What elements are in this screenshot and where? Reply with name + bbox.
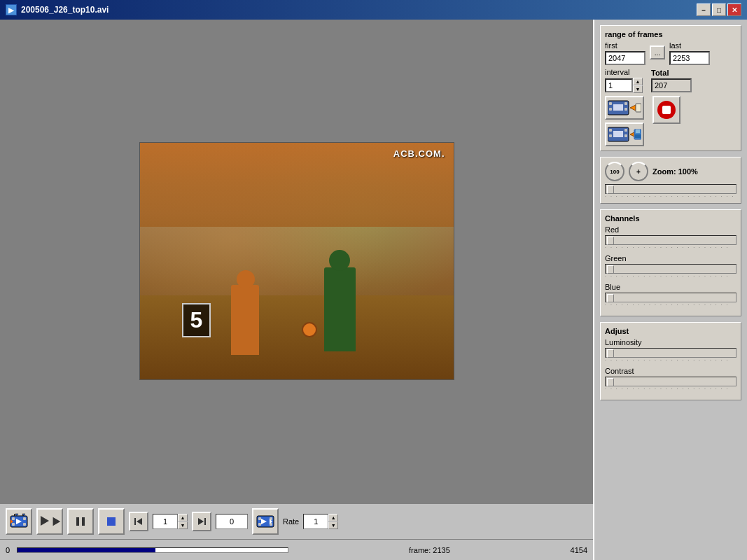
svg-rect-30 [609,108,612,111]
blue-channel-label: Blue [605,283,736,291]
video-canvas: ACB.COM. 5 [0,20,593,503]
svg-rect-40 [624,134,627,137]
svg-rect-45 [635,134,641,138]
green-slider-dots: · · · · · · · · · · · · · · · · · · · · … [605,274,736,279]
svg-rect-3 [12,523,15,526]
svg-marker-17 [137,518,142,525]
stop-circle-icon [657,101,676,119]
frames-section-title: range of frames [605,30,736,38]
frame-spin-down[interactable]: ▼ [178,522,188,529]
contrast-thumb[interactable] [607,378,614,386]
zoom-100-button[interactable]: 100 [605,162,624,181]
red-thumb[interactable] [607,237,614,245]
blue-thumb[interactable] [607,294,614,302]
svg-rect-31 [624,108,627,111]
frame-spin-up[interactable]: ▲ [178,514,188,522]
svg-rect-1 [12,517,15,520]
rate-spin-down[interactable]: ▼ [328,522,338,529]
red-channel-row: Red · · · · · · · · · · · · · · · · · · … [605,225,736,250]
progress-area: 0 frame: 2135 4154 [0,539,593,560]
luminosity-label: Luminosity [605,338,736,346]
zoom-plus-icon: + [636,168,641,176]
frames-section: range of frames first ... last interval [600,25,741,151]
interval-input[interactable] [605,78,633,92]
green-channel-row: Green · · · · · · · · · · · · · · · · · … [605,254,736,279]
maximize-button[interactable]: □ [712,4,726,16]
contrast-label: Contrast [605,367,736,375]
first-frame-input[interactable] [605,51,645,65]
first-label: first [605,41,645,50]
stop-process-button[interactable] [652,96,680,124]
rate-spin-up[interactable]: ▲ [328,514,338,522]
progress-fill [18,548,155,552]
frame2-input[interactable] [216,514,248,529]
progress-track[interactable] [17,547,288,553]
zoom-slider[interactable] [605,184,736,194]
save-frames-button[interactable] [605,122,644,146]
svg-rect-41 [613,131,623,137]
luminosity-slider[interactable] [605,348,736,358]
svg-rect-15 [107,517,116,526]
film-rewind-button[interactable] [6,508,32,535]
svg-rect-29 [624,102,627,105]
svg-rect-44 [636,130,640,133]
zoom-thumb[interactable] [607,186,614,194]
red-slider-dots: · · · · · · · · · · · · · · · · · · · · … [605,245,736,250]
svg-rect-21 [258,517,261,520]
play-button[interactable] [36,508,63,535]
zoom-plus-button[interactable]: + [629,162,648,181]
svg-rect-14 [82,517,85,526]
green-channel-label: Green [605,254,736,262]
luminosity-row: Luminosity · · · · · · · · · · · · · · ·… [605,338,736,363]
frame-number-input[interactable] [153,514,178,529]
contrast-slider[interactable] [605,377,736,386]
stop-button[interactable] [98,508,125,535]
svg-rect-32 [613,104,623,111]
video-scene [140,143,454,379]
rate-input[interactable] [303,514,328,529]
svg-rect-23 [258,523,261,526]
blue-slider-dots: · · · · · · · · · · · · · · · · · · · · … [605,302,736,307]
last-label: last [669,41,710,50]
next-frame-button[interactable] [192,512,211,531]
red-slider[interactable] [605,235,736,245]
channels-section: Channels Red · · · · · · · · · · · · · ·… [600,209,741,316]
svg-rect-39 [609,134,612,137]
first-last-row: first ... last [605,41,736,65]
frame-position-label: frame: 2135 [294,546,564,554]
video-frame: ACB.COM. 5 [139,142,454,380]
blue-slider[interactable] [605,293,736,302]
video-area: ACB.COM. 5 [0,20,593,560]
interval-spin-down[interactable]: ▼ [633,85,643,93]
pause-button[interactable] [67,508,94,535]
green-slider[interactable] [605,264,736,274]
zoom-100-icon: 100 [610,169,619,175]
green-thumb[interactable] [607,265,614,274]
skip-end-button[interactable] [252,508,279,535]
close-button[interactable]: ✕ [727,4,741,16]
stop-inner-icon [662,106,671,114]
play-icon [38,514,50,529]
app-icon: ▶ [6,4,17,15]
svg-marker-33 [630,105,636,111]
interval-spin-up[interactable]: ▲ [633,78,643,85]
titlebar: ▶ 200506_J26_top10.avi – □ ✕ [0,0,747,20]
prev-frame-button[interactable] [129,512,148,531]
export-frames-button[interactable] [605,96,644,120]
ellipsis-button[interactable]: ... [650,46,665,59]
channels-title: Channels [605,214,736,223]
video-player-number: 5 [182,303,211,337]
luminosity-slider-dots: · · · · · · · · · · · · · · · · · · · · … [605,358,736,363]
zoom-label: Zoom: 100% [652,167,698,176]
titlebar-left: ▶ 200506_J26_top10.avi [6,4,109,15]
titlebar-buttons: – □ ✕ [697,4,741,16]
svg-rect-18 [204,518,206,525]
rate-input-group: ▲ ▼ [303,514,338,529]
contrast-slider-dots: · · · · · · · · · · · · · · · · · · · · … [605,386,736,391]
main-container: ACB.COM. 5 [0,20,747,560]
video-overlay-text: ACB.COM. [393,148,445,159]
last-frame-input[interactable] [669,51,710,65]
luminosity-thumb[interactable] [607,349,614,358]
svg-rect-4 [23,523,26,526]
minimize-button[interactable]: – [697,4,711,16]
